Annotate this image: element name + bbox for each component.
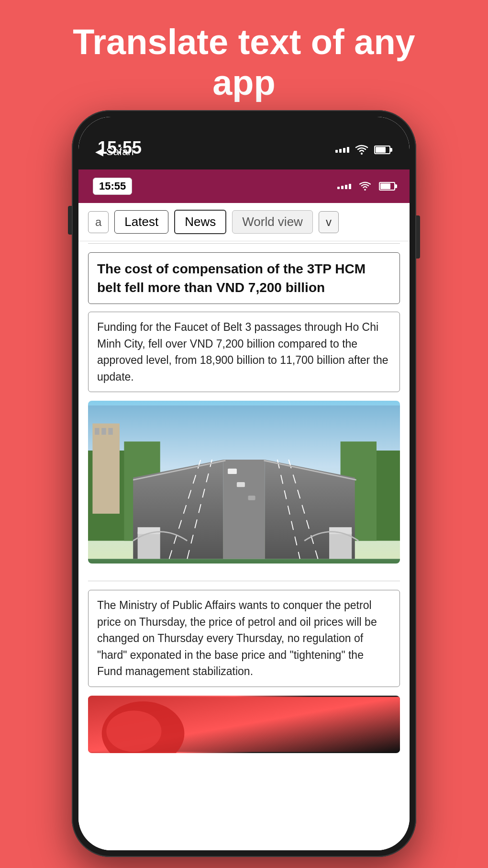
svg-rect-11 xyxy=(108,428,112,435)
tab-latest[interactable]: Latest xyxy=(114,210,168,234)
svg-marker-14 xyxy=(223,460,265,559)
signal-indicator xyxy=(335,147,349,153)
article1-title: The cost of compensation of the 3TP HCM … xyxy=(88,252,400,304)
phone-screen: 15:55 ◀ Safari xyxy=(78,117,410,850)
real-status-bar: 15:55 ◀ Safari xyxy=(78,117,410,169)
svg-point-1 xyxy=(364,189,366,191)
tab-worldview[interactable]: World view xyxy=(232,210,313,234)
mid-divider xyxy=(88,581,400,581)
app-status-bar: 15:55 xyxy=(78,169,410,203)
header-section: Translate text of any app xyxy=(0,0,488,117)
svg-rect-10 xyxy=(101,428,106,435)
road-image xyxy=(88,401,400,564)
phone-wrapper: 15:55 ◀ Safari xyxy=(72,110,416,857)
svg-rect-8 xyxy=(92,424,120,514)
nav-tabs: a Latest News World view v xyxy=(78,203,410,241)
article3-image xyxy=(88,696,400,753)
article2-text: The Ministry of Public Affairs wants to … xyxy=(88,590,400,687)
app-wifi-icon xyxy=(359,181,371,191)
svg-rect-24 xyxy=(237,482,245,487)
svg-rect-9 xyxy=(95,428,99,435)
svg-rect-23 xyxy=(228,469,237,474)
safari-back: ◀ Safari xyxy=(95,146,134,158)
article3-svg xyxy=(88,696,400,753)
wifi-icon xyxy=(355,145,368,155)
tab-a[interactable]: a xyxy=(88,211,109,233)
header-title: Translate text of any app xyxy=(38,22,450,103)
article1-summary: Funding for the Faucet of Belt 3 passage… xyxy=(88,312,400,392)
tab-v[interactable]: v xyxy=(319,211,339,233)
phone-shell: 15:55 ◀ Safari xyxy=(72,110,416,857)
svg-point-0 xyxy=(361,153,363,155)
app-battery-icon xyxy=(379,182,395,191)
battery-icon xyxy=(374,146,390,154)
app-content: 15:55 xyxy=(78,169,410,850)
news-section-1: The cost of compensation of the 3TP HCM … xyxy=(78,244,410,581)
road-svg xyxy=(88,401,400,564)
app-signal-dots xyxy=(337,184,351,189)
svg-rect-25 xyxy=(248,496,255,500)
svg-point-30 xyxy=(106,710,161,752)
tab-news[interactable]: News xyxy=(174,210,226,234)
app-time-box: 15:55 xyxy=(93,178,132,195)
